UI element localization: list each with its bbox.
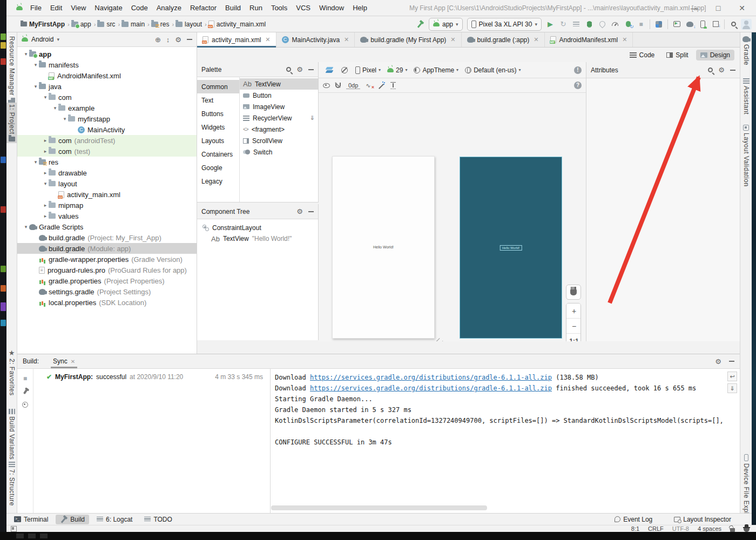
- issue-panel-icon[interactable]: !: [574, 66, 582, 74]
- palette-category-containers[interactable]: Containers: [197, 147, 239, 161]
- minimize-button[interactable]: —: [683, 0, 706, 16]
- device-in-editor-select[interactable]: Pixel ▾: [353, 66, 383, 74]
- restore-tool-windows-icon[interactable]: [11, 526, 17, 532]
- design-canvas[interactable]: Hello World! Hello World! + − 1:1: [319, 93, 586, 353]
- lock-icon[interactable]: [730, 528, 735, 532]
- pan-button[interactable]: [566, 285, 581, 300]
- close-icon[interactable]: ✕: [265, 36, 270, 43]
- console-link[interactable]: https://services.gradle.org/distribution…: [310, 384, 552, 392]
- chevron-right-icon[interactable]: ▸: [42, 202, 49, 208]
- attach-debugger-button[interactable]: [652, 18, 665, 31]
- component-tree-item-constraintlayout[interactable]: ConstraintLayout: [197, 222, 318, 233]
- palette-component-switch[interactable]: Switch: [240, 146, 318, 158]
- chevron-down-icon[interactable]: ▾: [23, 224, 29, 230]
- menu-help[interactable]: Help: [348, 0, 372, 16]
- make-project-button[interactable]: [414, 18, 427, 31]
- menu-file[interactable]: File: [26, 0, 46, 16]
- bottom-tab-6-logcat[interactable]: 6: Logcat: [92, 515, 137, 524]
- tool-window-button-assistant[interactable]: Assistant: [740, 77, 752, 116]
- bottom-tab-build[interactable]: Build: [56, 515, 89, 524]
- tree-item-build-gradle[interactable]: build.gradle(Module: app): [17, 243, 197, 254]
- gear-icon[interactable]: ⚙: [718, 66, 725, 73]
- close-icon[interactable]: ✕: [344, 36, 349, 43]
- chevron-down-icon[interactable]: ▾: [32, 159, 39, 165]
- tree-item-app[interactable]: ▾app: [17, 49, 197, 59]
- apply-changes-button[interactable]: ↻: [557, 18, 570, 31]
- status-item-4-spaces[interactable]: 4 spaces: [698, 525, 721, 532]
- palette-category-common[interactable]: Common: [197, 80, 239, 93]
- hide-panel-icon[interactable]: [308, 211, 314, 212]
- search-icon[interactable]: [286, 67, 291, 72]
- gradle-sync-button[interactable]: [683, 18, 696, 31]
- hide-panel-icon[interactable]: [730, 70, 735, 71]
- breadcrumb-item[interactable]: main: [122, 21, 145, 28]
- breadcrumb-item[interactable]: res: [151, 21, 170, 28]
- profile-button[interactable]: [596, 18, 609, 31]
- tree-item-mainactivity[interactable]: CMainActivity: [17, 124, 197, 135]
- tree-item-myfirstapp[interactable]: ▾myfirstapp: [17, 113, 197, 124]
- help-icon[interactable]: ?: [574, 82, 582, 89]
- menu-navigate[interactable]: Navigate: [90, 0, 126, 16]
- device-manager-button[interactable]: [696, 18, 709, 31]
- palette-component-imageview[interactable]: ImageView: [240, 101, 318, 112]
- breadcrumb-item[interactable]: app: [71, 21, 91, 28]
- stop-button[interactable]: ■: [634, 18, 647, 31]
- highlighting-level-icon[interactable]: [744, 526, 750, 532]
- editor-tab-activity-main-xml[interactable]: activity_main.xml✕: [197, 32, 276, 47]
- filter-icon[interactable]: [22, 402, 28, 408]
- collapse-all-icon[interactable]: ↕: [166, 36, 170, 43]
- tree-item-layout[interactable]: ▾layout: [17, 178, 197, 189]
- zoom-out-button[interactable]: −: [566, 319, 581, 334]
- menu-code[interactable]: Code: [127, 0, 152, 16]
- palette-category-google[interactable]: Google: [197, 161, 239, 174]
- menu-build[interactable]: Build: [221, 0, 245, 16]
- windows-taskbar[interactable]: [0, 532, 756, 540]
- palette-component-button[interactable]: Button: [240, 90, 318, 101]
- gear-icon[interactable]: ⚙: [296, 66, 303, 73]
- palette-component-textview[interactable]: AbTextView: [240, 78, 318, 90]
- chevron-right-icon[interactable]: ▸: [42, 138, 49, 143]
- clear-constraints-icon[interactable]: [366, 82, 373, 89]
- tree-item-gradle-wrapper-properties[interactable]: gradle-wrapper.properties(Gradle Version…: [17, 254, 197, 265]
- bottom-button-event-log[interactable]: Event Log: [610, 515, 657, 524]
- bottom-tab-terminal[interactable]: >_Terminal: [10, 515, 52, 524]
- tree-item-values[interactable]: ▸values: [17, 211, 197, 221]
- editor-tab-androidmanifest-xml[interactable]: AndroidManifest.xml✕: [545, 32, 633, 47]
- close-icon[interactable]: ✕: [622, 36, 627, 43]
- tool-window-button-2-favorites[interactable]: ★2: Favorites: [6, 348, 17, 397]
- tree-item-java[interactable]: ▾java: [17, 81, 197, 92]
- device-select[interactable]: Pixel 3a XL API 30 ▾: [467, 18, 542, 31]
- tool-window-button-gradle[interactable]: Gradle: [740, 35, 752, 67]
- status-item-8-1[interactable]: 8:1: [631, 525, 639, 532]
- pin-icon[interactable]: [23, 389, 27, 395]
- chevron-right-icon[interactable]: ▸: [42, 148, 49, 154]
- editor-tab-build-gradle-my-first-app-[interactable]: build.gradle (My First App)✕: [355, 32, 461, 47]
- chevron-down-icon[interactable]: ▾: [42, 94, 49, 100]
- hello-world-text[interactable]: Hello World!: [333, 245, 434, 249]
- restart-debug-button[interactable]: [622, 18, 634, 31]
- palette-component--fragment-[interactable]: <><fragment>: [240, 124, 318, 135]
- close-icon[interactable]: ✕: [71, 359, 75, 364]
- debug-button[interactable]: [583, 18, 596, 31]
- tree-item-com[interactable]: ▸com(test): [17, 146, 197, 157]
- stop-icon[interactable]: ■: [23, 375, 27, 382]
- soft-wrap-icon[interactable]: ↩: [727, 372, 737, 381]
- chevron-down-icon[interactable]: ▾: [62, 116, 68, 122]
- maximize-button[interactable]: □: [706, 0, 730, 16]
- close-icon[interactable]: ✕: [450, 36, 455, 43]
- tree-item-com[interactable]: ▾com: [17, 92, 197, 103]
- menu-run[interactable]: Run: [245, 0, 267, 16]
- tool-window-button-build-variants[interactable]: Build Variants: [6, 407, 17, 461]
- palette-category-layouts[interactable]: Layouts: [197, 134, 239, 147]
- chevron-down-icon[interactable]: ▾: [32, 62, 39, 68]
- mode-button-code[interactable]: Code: [625, 50, 659, 60]
- chevron-down-icon[interactable]: ▾: [32, 84, 39, 89]
- breadcrumb-item[interactable]: activity_main.xml: [208, 21, 266, 28]
- build-console[interactable]: Download https://services.gradle.org/dis…: [270, 369, 725, 513]
- mode-button-design[interactable]: Design: [696, 50, 734, 60]
- component-tree-item-textview[interactable]: AbTextView"Hello World!": [197, 233, 318, 244]
- gear-icon[interactable]: ⚙: [175, 36, 181, 43]
- close-button[interactable]: ✕: [730, 0, 754, 16]
- guidelines-icon[interactable]: [390, 82, 396, 89]
- view-options-icon[interactable]: [323, 83, 330, 88]
